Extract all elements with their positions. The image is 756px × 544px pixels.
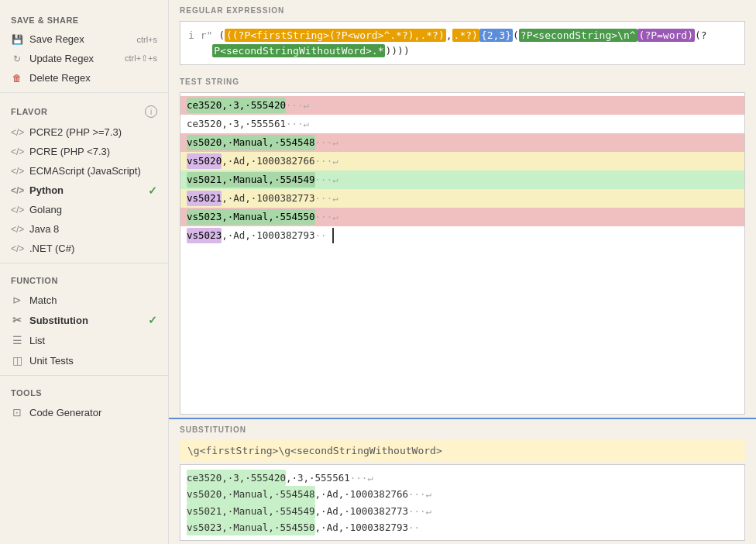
ts-line-8: vs5023,·Ad,·1000382793·· — [180, 226, 744, 245]
ts-text-4a: ,·Ad,·1000382766 — [222, 153, 314, 169]
ts-match-group1-7: vs5023,·Manual,·554550 — [187, 209, 315, 225]
regex-prefix: i r" — [188, 29, 212, 41]
save-share-section: SAVE & SHARE — [0, 8, 168, 29]
code-icon-4: </> — [11, 185, 23, 196]
flavor-python[interactable]: </> Python ✓ — [0, 181, 168, 200]
update-regex-label: Update Regex — [29, 53, 94, 64]
sidebar: SAVE & SHARE 💾 Save Regex ctrl+s ↻ Updat… — [0, 0, 169, 544]
code-generator-label: Code Generator — [29, 407, 101, 418]
regex-box[interactable]: i r" (((?P<firstString>(?P<word>^.*?),.*… — [180, 21, 745, 65]
substitution-input[interactable]: \g<firstString>\g<secondStringWithoutWor… — [180, 440, 745, 461]
delete-icon: 🗑 — [11, 73, 23, 84]
ts-line-2: ce3520,·3,·555561···↵ — [180, 115, 744, 133]
regex-label: REGULAR EXPRESSION — [169, 0, 756, 18]
save-regex-label: Save Regex — [29, 33, 84, 45]
ts-match-group1-5: vs5021,·Manual,·554549 — [187, 172, 315, 188]
function-substitution[interactable]: ✂ Substitution ✓ — [0, 310, 168, 330]
ts-line-1: ce3520,·3,·555420···↵ — [180, 96, 744, 115]
code-generator-item[interactable]: ⊡ Code Generator — [0, 402, 168, 422]
substitution-label: SUBSTITUTION — [169, 419, 756, 437]
sub-result-4: vs5023,·Manual,·554550,·Ad,·1000382793·· — [187, 519, 738, 535]
update-regex-item[interactable]: ↻ Update Regex ctrl+⇧+s — [0, 49, 168, 68]
cursor — [327, 228, 335, 243]
code-icon-6: </> — [11, 224, 23, 235]
substitution-check-icon: ✓ — [148, 314, 157, 326]
ts-text-6a: ,·Ad,·1000382773 — [222, 191, 314, 206]
test-string-panel: TEST STRING ce3520,·3,·555420···↵ ce3520… — [169, 71, 756, 418]
tools-section: TOOLS — [0, 380, 168, 402]
ts-text-2: ce3520,·3,·555561 — [187, 116, 286, 132]
ts-match-purple-6: vs5021 — [187, 191, 222, 206]
code-icon: </> — [11, 127, 23, 138]
function-unit-tests-label: Unit Tests — [29, 355, 74, 367]
flavor-pcre2[interactable]: </> PCRE2 (PHP >=7.3) — [0, 122, 168, 142]
substitution-panel: SUBSTITUTION \g<firstString>\g<secondStr… — [169, 418, 756, 544]
flavor-pcre[interactable]: </> PCRE (PHP <7.3) — [0, 142, 168, 161]
sub-green-1: ce3520,·3,·555420 — [187, 470, 286, 486]
match-icon: ⊳ — [11, 294, 23, 306]
function-list[interactable]: ☰ List — [0, 330, 168, 350]
regex-comma: , — [446, 29, 452, 41]
divider-1 — [0, 92, 168, 93]
test-string-box[interactable]: ce3520,·3,·555420···↵ ce3520,·3,·555561·… — [180, 92, 745, 415]
flavor-golang-label: Golang — [29, 204, 62, 215]
sub-result-3: vs5021,·Manual,·554549,·Ad,·1000382773··… — [187, 503, 738, 519]
save-regex-item[interactable]: 💾 Save Regex ctrl+s — [0, 29, 168, 49]
flavor-python-label: Python — [29, 184, 64, 196]
regex-purple-1: (?P=word) — [637, 29, 695, 42]
sub-green-2: vs5020,·Manual,·554548 — [187, 486, 315, 502]
sub-result-2: vs5020,·Manual,·554548,·Ad,·1000382766··… — [187, 486, 738, 502]
ts-match-purple-4: vs5020 — [187, 153, 222, 169]
ts-line-4: vs5020,·Ad,·1000382766···↵ — [180, 152, 744, 170]
regex-green-2: P<secondStringWithoutWord>.* — [212, 44, 385, 57]
regex-tail: (? — [695, 29, 707, 41]
regex-close: )))) — [385, 45, 409, 57]
sub-green-4: vs5023,·Manual,·554550 — [187, 519, 315, 535]
flavor-java8-label: Java 8 — [29, 223, 59, 235]
flavor-section: FLAVOR — [11, 107, 47, 116]
function-match[interactable]: ⊳ Match — [0, 290, 168, 310]
regex-mid: ( — [513, 29, 519, 41]
ts-match-purple-8: vs5023 — [187, 228, 222, 243]
delete-regex-label: Delete Regex — [29, 72, 91, 84]
sub-green-3: vs5021,·Manual,·554549 — [187, 503, 315, 519]
code-icon-5: </> — [11, 205, 23, 215]
flavor-dotnet-label: .NET (C#) — [29, 243, 74, 254]
flavor-pcre-label: PCRE (PHP <7.3) — [29, 146, 110, 157]
delete-regex-item[interactable]: 🗑 Delete Regex — [0, 68, 168, 88]
main-panel: REGULAR EXPRESSION i r" (((?P<firstStrin… — [169, 0, 756, 544]
code-icon-2: </> — [11, 146, 23, 157]
ts-line-5: vs5021,·Manual,·554549···↵ — [180, 170, 744, 189]
flavor-pcre2-label: PCRE2 (PHP >=7.3) — [29, 126, 122, 138]
flavor-ecma[interactable]: </> ECMAScript (JavaScript) — [0, 161, 168, 181]
regex-panel: REGULAR EXPRESSION i r" (((?P<firstStrin… — [169, 0, 756, 71]
ts-line-6: vs5021,·Ad,·1000382773···↵ — [180, 189, 744, 208]
ts-match-group1-3: vs5020,·Manual,·554548 — [187, 135, 315, 150]
regex-group1-open: ( — [218, 29, 225, 41]
flavor-java8[interactable]: </> Java 8 — [0, 219, 168, 239]
flavor-info-icon[interactable]: i — [145, 105, 157, 118]
flavor-golang[interactable]: </> Golang — [0, 200, 168, 219]
regex-blue-1: {2,3} — [479, 29, 513, 42]
divider-2 — [0, 263, 168, 263]
flavor-ecma-label: ECMAScript (JavaScript) — [29, 165, 141, 177]
flavor-dotnet[interactable]: </> .NET (C#) — [0, 239, 168, 258]
update-regex-shortcut: ctrl+⇧+s — [125, 53, 157, 64]
function-unit-tests[interactable]: ◫ Unit Tests — [0, 350, 168, 370]
python-check-icon: ✓ — [148, 184, 157, 197]
function-substitution-label: Substitution — [29, 315, 88, 326]
ts-match-group1-1: ce3520,·3,·555420 — [187, 98, 286, 113]
ts-line-3: vs5020,·Manual,·554548···↵ — [180, 133, 744, 152]
ts-line-7: vs5023,·Manual,·554550···↵ — [180, 208, 744, 226]
substitution-results: ce3520,·3,·555420,·3,·555561···↵ vs5020,… — [180, 464, 745, 541]
regex-orange-2: .*?) — [452, 29, 479, 42]
ts-text-8a: ,·Ad,·1000382793 — [222, 228, 314, 243]
regex-orange-1: ((?P<firstString>(?P<word>^.*?),.*?) — [225, 29, 446, 42]
function-match-label: Match — [29, 294, 57, 306]
code-icon-3: </> — [11, 166, 23, 177]
function-list-label: List — [29, 335, 45, 346]
sub-result-1: ce3520,·3,·555420,·3,·555561···↵ — [187, 470, 738, 486]
test-string-label: TEST STRING — [169, 71, 756, 89]
function-section: FUNCTION — [0, 268, 168, 290]
code-generator-icon: ⊡ — [11, 406, 23, 418]
